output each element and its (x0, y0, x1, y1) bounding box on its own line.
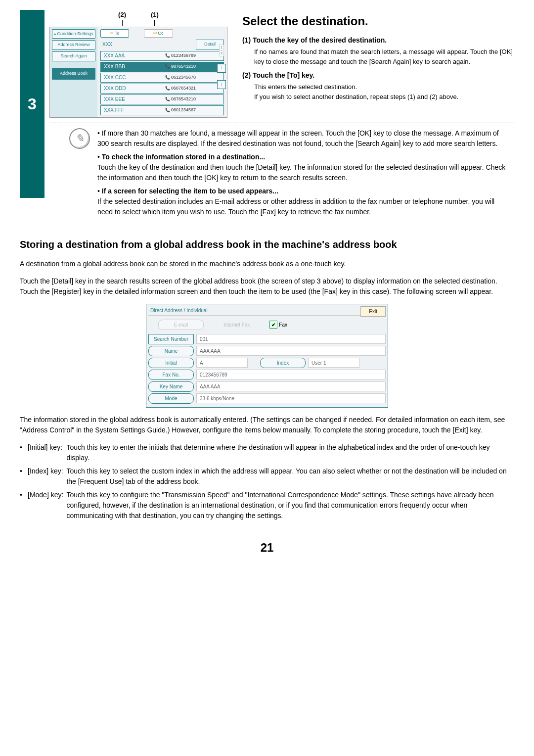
note-icon: ✎ (69, 128, 90, 149)
fax-tab[interactable]: ✔Fax (269, 321, 287, 329)
instruction-2-body: This enters the selected destination. If… (242, 82, 514, 101)
key-name-button[interactable]: Key Name (148, 381, 194, 392)
mode-button[interactable]: Mode (148, 393, 194, 404)
initial-value: A (196, 358, 248, 368)
step-heading: Select the destination. (242, 12, 514, 30)
section-paragraph-2: Touch the [Detail] key in the search res… (20, 276, 514, 297)
destination-item[interactable]: XXX AAA0123456789 (100, 51, 224, 61)
page-indicator: 12 (219, 45, 224, 56)
instruction-1-body: If no names are found that match the sea… (242, 47, 514, 66)
note-heading-2: To check the information stored in a des… (102, 153, 265, 161)
name-button[interactable]: Name (148, 346, 194, 356)
index-value: User 1 (308, 358, 359, 368)
instruction-1-title: (1) Touch the key of the desired destina… (242, 35, 514, 46)
def-key-mode: [Mode] key: (28, 490, 66, 524)
note-text-2: Touch the key of the destination and the… (97, 163, 505, 182)
step-number: 3 (20, 10, 44, 198)
name-value: AAA AAA (196, 346, 386, 356)
register-title: Direct Address / Individual (148, 307, 360, 316)
cc-tab[interactable]: ✉Cc (144, 29, 173, 38)
search-again-button[interactable]: Search Again (52, 51, 95, 61)
def-val-index: Touch this key to select the custom inde… (66, 466, 514, 490)
address-review-button[interactable]: Address Review (52, 40, 95, 50)
destination-item[interactable]: XXX DDD0687654321 (100, 84, 224, 94)
after-panel-paragraph: The information stored in the global add… (20, 415, 514, 435)
def-key-initial: [Initial] key: (28, 442, 66, 466)
key-name-value: AAA AAA (196, 381, 386, 391)
address-book-button[interactable]: Address Book (52, 68, 95, 80)
def-val-mode: Touch this key to configure the "Transmi… (66, 490, 514, 524)
callout-labels: (2) (1) (49, 10, 227, 26)
scroll-down-button[interactable]: ↓ (217, 80, 226, 89)
fax-no-button[interactable]: Fax No. (148, 370, 194, 380)
def-val-initial: Touch this key to enter the initials tha… (66, 442, 514, 466)
destination-item[interactable]: XXX EEE0676543210 (100, 94, 224, 104)
note-text-1: If more than 30 matches are found, a mes… (97, 129, 499, 147)
initial-button[interactable]: Initial (148, 358, 194, 368)
def-key-index: [Index] key: (28, 466, 66, 490)
instruction-2-title: (2) Touch the [To] key. (242, 70, 514, 81)
destination-item[interactable]: XXX BBB9876543210 (100, 62, 224, 72)
divider (49, 123, 514, 123)
section-heading: Storing a destination from a global addr… (20, 237, 514, 252)
note-text-3: If the selected destination includes an … (97, 197, 494, 216)
note-heading-3: If a screen for selecting the item to be… (102, 187, 278, 195)
search-number-value: 001 (196, 334, 386, 344)
mail-icon: ✉ (110, 31, 114, 36)
email-tab[interactable]: E-mail (158, 320, 204, 330)
scroll-up-button[interactable]: ↑ (217, 64, 226, 73)
search-number-button[interactable]: Search Number (148, 334, 194, 344)
page-number: 21 (20, 539, 514, 557)
search-term: XXX (100, 41, 196, 48)
condition-settings-button[interactable]: Condition Settings (52, 29, 95, 39)
exit-button[interactable]: Exit (360, 306, 386, 317)
search-results-panel: Condition Settings Address Review Search… (49, 27, 227, 118)
fax-no-value: 0123456789 (196, 370, 386, 379)
section-paragraph-1: A destination from a global address book… (20, 259, 514, 269)
mail-icon: ✉ (153, 31, 157, 36)
internet-fax-tab[interactable]: Internet Fax (223, 321, 250, 329)
to-tab[interactable]: ✉To (100, 29, 129, 38)
check-icon: ✔ (269, 321, 277, 329)
destination-item[interactable]: XXX FFF0601234567 (100, 105, 224, 115)
index-button[interactable]: Index (260, 358, 306, 368)
register-panel: Direct Address / Individual Exit E-mail … (146, 304, 388, 408)
mode-value: 33.6 kbps/None (196, 393, 386, 403)
destination-item[interactable]: XXX CCC0612345678 (100, 73, 224, 83)
